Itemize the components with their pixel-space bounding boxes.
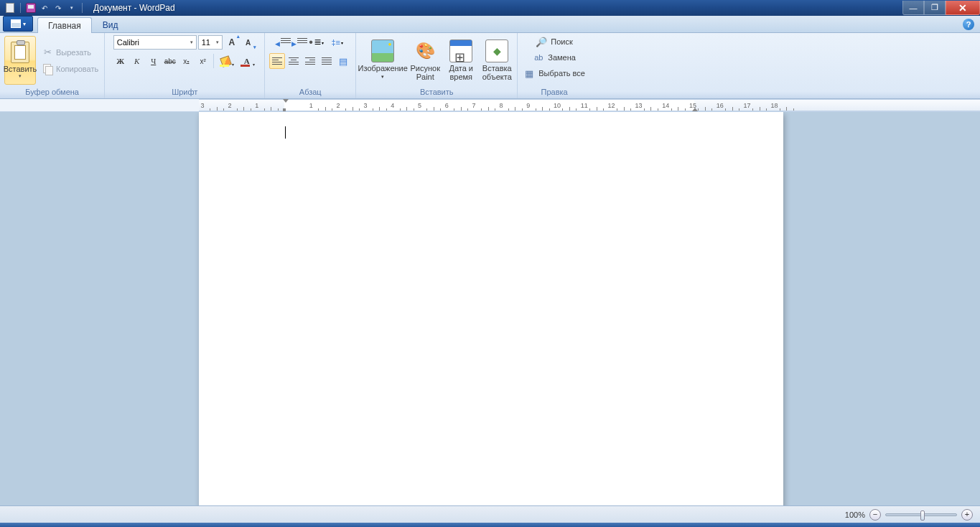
minimize-button[interactable]: — <box>902 1 924 15</box>
ruler-tick <box>685 108 686 111</box>
ruler-number: 5 <box>418 102 421 109</box>
align-justify-button[interactable] <box>319 53 335 69</box>
underline-button[interactable]: Ч <box>146 53 162 69</box>
grow-font-button[interactable]: A <box>224 34 240 50</box>
ruler-tick <box>650 107 651 111</box>
ruler-tick <box>711 108 712 111</box>
dropdown-arrow-icon: ▾ <box>322 40 324 45</box>
paragraph-dialog-button[interactable]: ▤ <box>335 53 351 69</box>
zoom-controls: 100% − + <box>845 509 980 521</box>
select-all-button[interactable]: ▦ Выбрать все <box>522 66 587 80</box>
insert-paint-label: Рисунок Paint <box>410 64 440 81</box>
increase-indent-button[interactable]: ▶ <box>290 34 306 50</box>
help-icon[interactable]: ? <box>963 19 974 30</box>
shrink-font-button[interactable]: A <box>241 34 256 50</box>
ruler-tick <box>278 108 279 111</box>
ruler-number: 6 <box>445 102 449 109</box>
zoom-slider-thumb[interactable] <box>920 510 925 521</box>
font-name-combo[interactable]: Calibri ▾ <box>113 35 197 50</box>
line-spacing-button[interactable]: ‡≡▾ <box>327 34 347 50</box>
bullets-button[interactable]: ≡▾ <box>307 34 327 50</box>
insert-object-button[interactable]: Вставка объекта <box>481 38 513 83</box>
ruler-tick <box>345 108 346 111</box>
dropdown-arrow-icon: ▾ <box>23 21 26 27</box>
bold-button[interactable]: Ж <box>113 53 129 69</box>
dropdown-arrow-icon: ▾ <box>381 73 384 81</box>
first-line-indent-marker[interactable] <box>283 99 289 103</box>
insert-object-label: Вставка объекта <box>482 64 512 81</box>
file-menu-icon <box>11 19 21 28</box>
align-center-button[interactable] <box>286 53 302 69</box>
ruler-tick <box>739 108 739 111</box>
ruler-number: 2 <box>228 102 231 109</box>
document-area: 321123456789101112131415161718 <box>0 99 980 505</box>
dropdown-arrow-icon: ▾ <box>232 62 234 67</box>
tab-view[interactable]: Вид <box>92 17 129 32</box>
image-icon <box>371 39 394 62</box>
font-size-combo[interactable]: 11 ▾ <box>198 35 223 50</box>
zoom-slider[interactable] <box>885 513 957 516</box>
insert-datetime-button[interactable]: Дата и время <box>445 38 477 83</box>
ruler-tick <box>671 108 672 111</box>
qat-customize-icon[interactable]: ▾ <box>66 2 78 14</box>
ribbon: Вставить ▾ Вырезать Копировать Буфер обм… <box>0 33 980 99</box>
ruler-tick <box>461 107 462 111</box>
group-label-paragraph: Абзац <box>269 86 351 98</box>
strikethrough-button[interactable]: abc <box>162 53 178 69</box>
close-button[interactable]: ✕ <box>946 1 980 15</box>
superscript-button[interactable]: x² <box>195 53 211 69</box>
zoom-out-button[interactable]: − <box>869 509 881 521</box>
undo-icon[interactable]: ↶ <box>39 2 50 14</box>
document-page[interactable] <box>199 112 783 505</box>
ruler-tick <box>379 107 380 111</box>
ruler-tick <box>624 107 625 111</box>
horizontal-ruler[interactable]: 321123456789101112131415161718 <box>0 99 980 112</box>
redo-icon[interactable]: ↷ <box>52 2 64 14</box>
ruler-number: 16 <box>717 102 724 109</box>
cut-button[interactable]: Вырезать <box>40 45 100 60</box>
save-icon[interactable] <box>25 2 37 14</box>
group-label-font: Шрифт <box>109 86 260 98</box>
taskbar-sliver <box>0 523 980 527</box>
page-viewport[interactable] <box>0 112 980 505</box>
font-name-value: Calibri <box>117 38 139 47</box>
maximize-button[interactable]: ❐ <box>924 1 946 15</box>
ruler-tick <box>766 108 767 111</box>
replace-icon: ab <box>533 52 544 63</box>
ruler-tick <box>318 108 319 111</box>
insert-datetime-label: Дата и время <box>447 64 475 81</box>
window-controls: — ❐ ✕ <box>902 1 980 15</box>
tab-home[interactable]: Главная <box>37 17 92 33</box>
replace-button[interactable]: ab Замена <box>531 50 577 65</box>
insert-paint-button[interactable]: Рисунок Paint <box>409 38 441 83</box>
ruler-tick <box>508 108 509 111</box>
binoculars-icon: 🔎 <box>536 36 547 47</box>
copy-button[interactable]: Копировать <box>40 62 100 76</box>
ruler-tick <box>678 107 678 111</box>
file-menu-button[interactable]: ▾ <box>3 16 33 32</box>
italic-button[interactable]: К <box>129 53 145 69</box>
subscript-button[interactable]: x₂ <box>179 53 195 69</box>
ruler-tick <box>271 107 271 111</box>
dropdown-arrow-icon: ▾ <box>190 39 193 45</box>
ruler-tick <box>332 108 332 111</box>
highlight-button[interactable]: ▾ <box>216 53 236 69</box>
ruler-tick <box>793 108 794 111</box>
ruler-tick <box>406 107 407 111</box>
align-right-button[interactable] <box>302 53 318 69</box>
font-color-button[interactable]: A ▾ <box>237 53 257 69</box>
ruler-tick <box>353 107 353 111</box>
align-left-button[interactable] <box>269 53 285 69</box>
ruler-tick <box>359 108 360 111</box>
paste-icon <box>11 42 29 63</box>
align-center-icon <box>289 57 299 65</box>
ruler-tick <box>562 108 563 111</box>
decrease-indent-button[interactable]: ◀ <box>274 34 289 50</box>
replace-label: Замена <box>548 53 576 62</box>
paragraph-icon: ▤ <box>339 56 347 67</box>
left-indent-marker[interactable] <box>283 108 286 111</box>
find-button[interactable]: 🔎 Поиск <box>534 34 574 49</box>
insert-image-button[interactable]: Изображение ▾ <box>360 38 405 83</box>
zoom-in-button[interactable]: + <box>961 509 973 521</box>
paste-button[interactable]: Вставить ▾ <box>4 36 36 85</box>
